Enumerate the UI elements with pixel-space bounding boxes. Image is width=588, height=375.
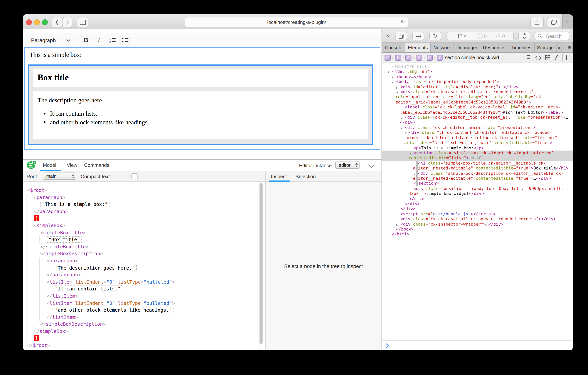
model-tree-row[interactable]: </paragraph> <box>27 208 258 215</box>
breadcrumb-element-badge[interactable]: E <box>406 55 412 61</box>
simple-box-title-area[interactable]: Box title <box>33 69 368 87</box>
model-tree-row[interactable]: <simpleBoxTitle> <box>27 229 258 236</box>
breadcrumb-element-badge[interactable]: E <box>416 55 422 61</box>
dom-tree-row[interactable]: <h1 class="simple-box-title ck-editor__e… <box>387 161 569 171</box>
intro-paragraph[interactable]: This is a simple box: <box>30 51 82 59</box>
tab-inspect[interactable]: Inspect <box>271 174 287 179</box>
dom-tree-row[interactable]: </body> <box>387 227 569 232</box>
dom-tree-row[interactable]: ▶<div class="ck ck-editor__top ck-reset_… <box>387 115 569 125</box>
model-tree-row[interactable]: "The description goes here." <box>27 265 258 272</box>
bold-button[interactable]: B <box>80 35 92 45</box>
styles-brush-icon[interactable] <box>554 55 559 61</box>
dom-tree-row[interactable]: ▶<div class="simple-box-description ck-e… <box>387 171 569 181</box>
dom-tree-row[interactable]: <div class="ck ck-reset_all ck-body ck-r… <box>387 217 569 222</box>
model-tree-row[interactable]: "Box title" <box>27 236 258 243</box>
devtools-tab-storage[interactable]: Storage <box>534 43 557 52</box>
box-title-heading[interactable]: Box title <box>33 69 368 86</box>
grid-layout-icon[interactable] <box>545 55 550 60</box>
reload-icon[interactable]: ↻ <box>401 19 405 25</box>
model-tree-row[interactable]: </paragraph> <box>27 272 258 278</box>
dom-tree-row[interactable]: <div style="position: fixed; top: 0px; l… <box>387 186 569 196</box>
dom-tree-row[interactable]: ▼<body class="ck-inspector-body-expanded… <box>387 79 569 84</box>
dom-tree-row[interactable]: ▼<html lang="en"> <box>387 69 569 74</box>
dom-tree-row[interactable]: <script src="dist/bundle.js"></script> <box>387 211 569 217</box>
new-tab-button[interactable]: + <box>562 14 573 29</box>
model-tree-scrollbar[interactable] <box>258 182 263 350</box>
tab-overflow-button[interactable]: » <box>557 43 562 52</box>
model-tree-row[interactable]: </$root> <box>27 342 258 349</box>
dom-tree-row[interactable]: ▶<head>…</head> <box>387 74 569 79</box>
breadcrumb-element-badge[interactable]: E <box>437 55 443 61</box>
dom-tree-row[interactable]: ▼<div class="ck ck-editor__main" role="p… <box>387 125 569 130</box>
model-tree-row[interactable]: <$root> <box>27 187 258 194</box>
devtools-status-group[interactable]: 4 0 0 <box>447 32 514 40</box>
element-picker-button[interactable] <box>518 32 530 40</box>
devtools-detach-button[interactable] <box>395 32 407 40</box>
url-field[interactable]: localhost/creating-a-plugin/ ↻ <box>185 17 409 27</box>
tab-add-button[interactable]: + <box>561 43 567 52</box>
tab-settings-button[interactable]: ⚙ <box>567 43 573 52</box>
devtools-tab-timelines[interactable]: Timelines <box>509 43 534 52</box>
editor-editable-area[interactable]: This is a simple box: Box title The desc… <box>24 47 380 150</box>
devtools-dock-button[interactable] <box>412 32 424 40</box>
tab-view[interactable]: View <box>67 162 77 168</box>
devtools-tab-resources[interactable]: Resources <box>480 43 509 52</box>
list-item[interactable]: and other block elements like headings. <box>50 119 368 126</box>
share-button[interactable] <box>530 17 544 27</box>
root-select[interactable]: main <box>43 173 76 180</box>
tab-commands[interactable]: Commands <box>84 162 109 168</box>
dom-tree-row[interactable]: ▶<div class="ck-inspector-wrapper">…</di… <box>387 222 569 227</box>
collapsed-arrow-icon[interactable]: ▶ <box>414 172 416 177</box>
italic-button[interactable]: I <box>93 35 105 45</box>
breadcrumb-element-badge[interactable]: E <box>395 55 401 61</box>
expanded-arrow-icon[interactable]: ▼ <box>409 151 411 156</box>
devtools-tab-network[interactable]: Network <box>431 43 454 52</box>
dom-tree-row[interactable]: <p>This is a simple box:</p> <box>387 145 569 151</box>
sidebar-toggle-button[interactable] <box>77 17 88 27</box>
model-tree-row[interactable]: ] <box>27 335 258 342</box>
dom-tree-row[interactable]: <!DOCTYPE html> <box>387 64 569 69</box>
quick-console[interactable] <box>382 340 573 350</box>
compact-text-checkbox[interactable] <box>131 173 137 179</box>
model-tree-row[interactable]: <simpleBox> <box>27 222 258 229</box>
model-tree-row[interactable]: <listItem listIndent="0" listType="bulle… <box>27 300 258 307</box>
devtools-tab-debugger[interactable]: Debugger <box>454 43 480 52</box>
model-tree-row[interactable]: [ <box>27 215 258 222</box>
heading-dropdown[interactable]: Paragraph <box>28 35 74 45</box>
dom-tree[interactable]: <!DOCTYPE html>▼<html lang="en">▶<head>…… <box>382 63 573 340</box>
dom-tree-row-selected[interactable]: ▼<section class="simple-box ck-widget ck… <box>382 151 573 161</box>
dom-tree-row[interactable]: </html> <box>387 232 569 237</box>
simple-box-widget[interactable]: Box title The description goes here. It … <box>28 65 373 145</box>
model-tree-row[interactable]: "It can contain lists," <box>27 286 258 293</box>
numbered-list-button[interactable]: 1 2 <box>107 35 118 45</box>
model-tree-row[interactable]: "This is a simple box:" <box>27 201 258 208</box>
list-item[interactable]: It can contain lists, <box>50 110 368 118</box>
dom-tree-row[interactable]: </section> <box>387 181 569 186</box>
back-button[interactable] <box>52 17 62 27</box>
devtools-reload-button[interactable]: ↻ <box>429 32 441 40</box>
dom-tree-row[interactable]: ▼<div class="ck ck-reset ck-editor ck-ro… <box>387 89 569 105</box>
devtools-close-button[interactable]: × <box>386 32 389 39</box>
model-tree-row[interactable]: </simpleBox> <box>27 328 258 335</box>
model-tree-row[interactable]: <listItem listIndent="0" listType="bulle… <box>27 278 258 286</box>
source-code-icon[interactable] <box>535 55 541 60</box>
dom-tree-row[interactable]: </div> <box>387 196 569 201</box>
model-tree-row[interactable]: </simpleBoxTitle> <box>27 243 258 250</box>
model-tree-row[interactable]: <simpleBoxDescription> <box>27 250 258 257</box>
breadcrumb-element-badge[interactable]: E <box>385 55 391 61</box>
tab-selection[interactable]: Selection <box>295 174 316 179</box>
simple-box-description-area[interactable]: The description goes here. It can contai… <box>33 91 368 139</box>
editor-instance-select[interactable]: editor <box>335 162 359 169</box>
close-window-button[interactable] <box>26 19 32 25</box>
dom-tree-row[interactable]: ▼<div class="ck ck-content ck-editor__ed… <box>387 130 569 145</box>
description-paragraph[interactable]: The description goes here. <box>38 97 368 104</box>
dom-tree-row[interactable]: </div> <box>387 207 569 211</box>
bulleted-list-button[interactable] <box>120 35 131 45</box>
collapsed-arrow-icon[interactable]: ▶ <box>401 116 403 121</box>
model-tree[interactable]: <$root><paragraph>"This is a simple box:… <box>23 182 258 350</box>
tab-overview-button[interactable] <box>547 17 560 27</box>
expanded-arrow-icon[interactable]: ▼ <box>405 131 407 136</box>
dom-tree-row[interactable]: <label class="ck ck-label ck-voice-label… <box>387 105 569 115</box>
devtools-search-field[interactable]: Search <box>535 32 569 40</box>
scrollbar-thumb[interactable] <box>260 183 262 344</box>
